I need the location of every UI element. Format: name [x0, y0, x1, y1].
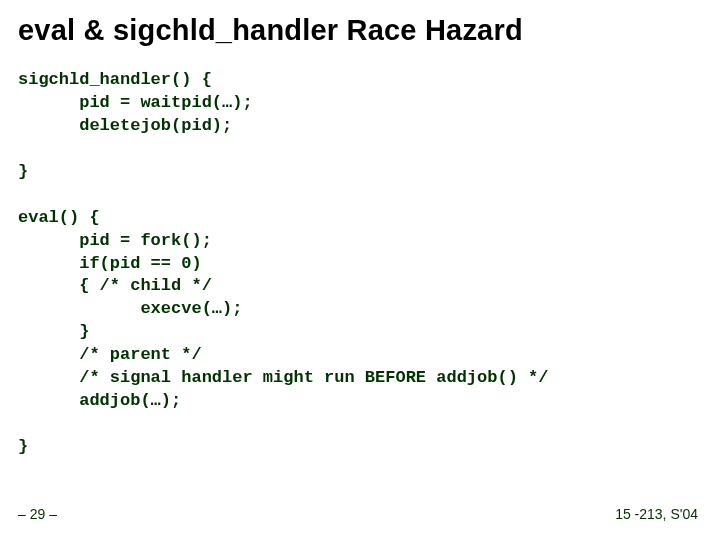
slide: eval & sigchld_handler Race Hazard sigch… — [0, 0, 720, 540]
slide-title: eval & sigchld_handler Race Hazard — [18, 14, 702, 47]
course-label: 15 -213, S'04 — [615, 506, 698, 522]
page-number: – 29 – — [18, 506, 57, 522]
code-block: sigchld_handler() { pid = waitpid(…); de… — [18, 69, 702, 459]
